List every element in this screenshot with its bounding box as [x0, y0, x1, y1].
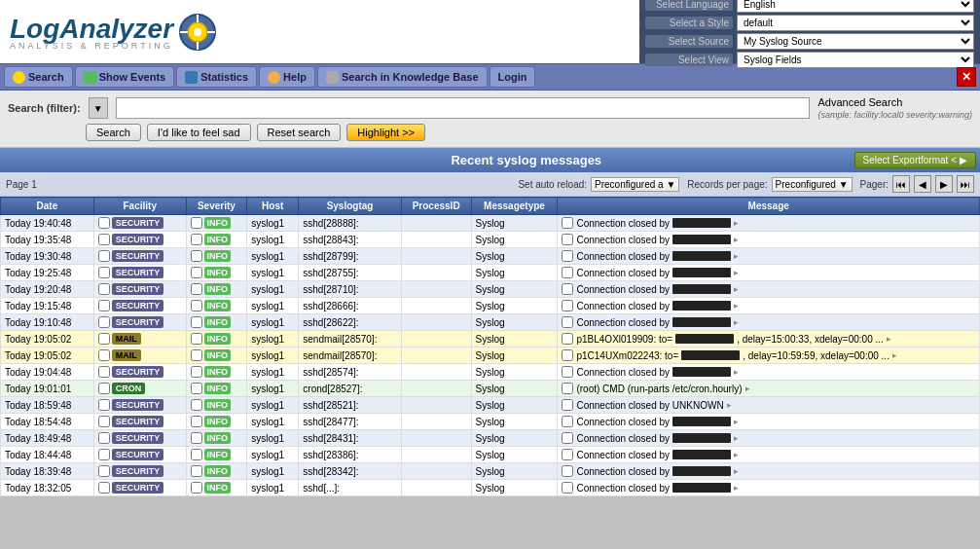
search-input[interactable] [116, 97, 811, 119]
nav-show-events[interactable]: Show Events [75, 66, 174, 88]
facility-checkbox[interactable] [98, 383, 110, 394]
message-expand-button[interactable]: ▸ [734, 433, 739, 443]
source-select[interactable]: My Syslog Source [737, 33, 974, 50]
message-expand-button[interactable]: ▸ [734, 251, 739, 261]
severity-checkbox[interactable] [191, 316, 202, 328]
facility-checkbox[interactable] [98, 366, 110, 378]
facility-checkbox[interactable] [98, 449, 110, 460]
highlight-button[interactable]: Highlight >> [346, 124, 425, 141]
severity-checkbox[interactable] [191, 217, 202, 229]
message-checkbox[interactable] [562, 465, 573, 477]
nav-statistics[interactable]: Statistics [176, 66, 257, 88]
severity-checkbox[interactable] [191, 482, 202, 494]
facility-checkbox[interactable] [98, 283, 110, 295]
severity-checkbox[interactable] [191, 234, 202, 245]
search-row: Search (filter): ▼ Advanced Search (samp… [8, 96, 972, 120]
cell-facility: SECURITY [93, 414, 186, 430]
reset-search-button[interactable]: Reset search [257, 124, 342, 141]
search-dropdown-arrow[interactable]: ▼ [89, 97, 108, 119]
export-button[interactable]: Select Exportformat < ▶ [854, 152, 976, 168]
message-checkbox[interactable] [562, 267, 573, 278]
severity-checkbox[interactable] [191, 267, 202, 278]
message-checkbox[interactable] [562, 300, 573, 311]
cell-date: Today 19:15:48 [1, 298, 94, 314]
severity-checkbox[interactable] [191, 399, 202, 411]
severity-checkbox[interactable] [191, 383, 202, 394]
message-checkbox[interactable] [562, 333, 573, 345]
facility-checkbox[interactable] [98, 333, 110, 345]
message-checkbox[interactable] [562, 234, 573, 245]
message-checkbox[interactable] [562, 432, 573, 444]
message-expand-button[interactable]: ▸ [734, 417, 739, 426]
nav-help[interactable]: Help [259, 66, 315, 88]
nav-knowledge[interactable]: Search in Knowledge Base [317, 66, 488, 88]
style-select[interactable]: default [737, 15, 974, 31]
facility-checkbox[interactable] [98, 432, 110, 444]
message-expand-button[interactable]: ▸ [734, 218, 739, 228]
message-checkbox[interactable] [562, 383, 573, 394]
feel-sad-button[interactable]: I'd like to feel sad [147, 124, 251, 141]
severity-checkbox[interactable] [191, 349, 202, 361]
severity-checkbox[interactable] [191, 432, 202, 444]
language-select[interactable]: English [737, 0, 974, 13]
message-expand-button[interactable]: ▸ [727, 400, 732, 410]
message-checkbox[interactable] [562, 449, 573, 460]
message-checkbox[interactable] [562, 416, 573, 427]
facility-checkbox[interactable] [98, 300, 110, 311]
message-checkbox[interactable] [562, 482, 573, 494]
severity-checkbox[interactable] [191, 333, 202, 345]
facility-checkbox[interactable] [98, 234, 110, 245]
auto-reload-select[interactable]: Preconfigured a ▼ [591, 177, 679, 192]
message-expand-button[interactable]: ▸ [734, 466, 739, 476]
redacted-block [672, 317, 731, 327]
facility-checkbox[interactable] [98, 416, 110, 427]
facility-checkbox[interactable] [98, 465, 110, 477]
message-expand-button[interactable]: ▸ [734, 317, 739, 327]
message-expand-button[interactable]: ▸ [734, 284, 739, 294]
view-select[interactable]: Syslog Fields [737, 52, 974, 68]
message-expand-button[interactable]: ▸ [734, 301, 739, 311]
message-expand-button[interactable]: ▸ [887, 334, 891, 344]
pager-next[interactable]: ▶ [935, 175, 953, 193]
pager-first[interactable]: ⏮ [892, 175, 910, 193]
severity-checkbox[interactable] [191, 300, 202, 311]
message-checkbox[interactable] [562, 366, 573, 378]
facility-checkbox[interactable] [98, 349, 110, 361]
message-expand-button[interactable]: ▸ [892, 350, 897, 360]
facility-checkbox[interactable] [98, 399, 110, 411]
message-expand-button[interactable]: ▸ [734, 483, 739, 493]
nav-login[interactable]: Login [490, 66, 536, 88]
severity-checkbox[interactable] [191, 465, 202, 477]
facility-checkbox[interactable] [98, 316, 110, 328]
message-checkbox[interactable] [562, 316, 573, 328]
message-checkbox[interactable] [562, 250, 573, 262]
redacted-block [672, 450, 731, 459]
facility-checkbox[interactable] [98, 250, 110, 262]
message-expand-button[interactable]: ▸ [734, 235, 739, 244]
message-checkbox[interactable] [562, 399, 573, 411]
message-checkbox[interactable] [562, 349, 573, 361]
log-table-body: Today 19:40:48SECURITYINFOsyslog1sshd[28… [1, 215, 980, 496]
facility-checkbox[interactable] [98, 217, 110, 229]
search-button[interactable]: Search [86, 124, 141, 141]
message-expand-button[interactable]: ▸ [734, 450, 739, 459]
facility-checkbox[interactable] [98, 267, 110, 278]
pager-last[interactable]: ⏭ [957, 175, 974, 193]
severity-checkbox[interactable] [191, 449, 202, 460]
facility-checkbox[interactable] [98, 482, 110, 494]
severity-checkbox[interactable] [191, 416, 202, 427]
nav-search[interactable]: Search [4, 66, 73, 88]
message-text: Connection closed by [576, 483, 670, 494]
severity-checkbox[interactable] [191, 250, 202, 262]
message-expand-button[interactable]: ▸ [745, 384, 750, 393]
pager-prev[interactable]: ◀ [914, 175, 931, 193]
severity-checkbox[interactable] [191, 366, 202, 378]
severity-checkbox[interactable] [191, 283, 202, 295]
records-select[interactable]: Preconfigured ▼ [772, 177, 853, 192]
message-expand-button[interactable]: ▸ [734, 268, 739, 277]
message-checkbox[interactable] [562, 283, 573, 295]
severity-badge: INFO [204, 399, 232, 411]
close-button[interactable]: ✕ [957, 67, 976, 87]
message-checkbox[interactable] [562, 217, 573, 229]
message-expand-button[interactable]: ▸ [734, 367, 739, 377]
